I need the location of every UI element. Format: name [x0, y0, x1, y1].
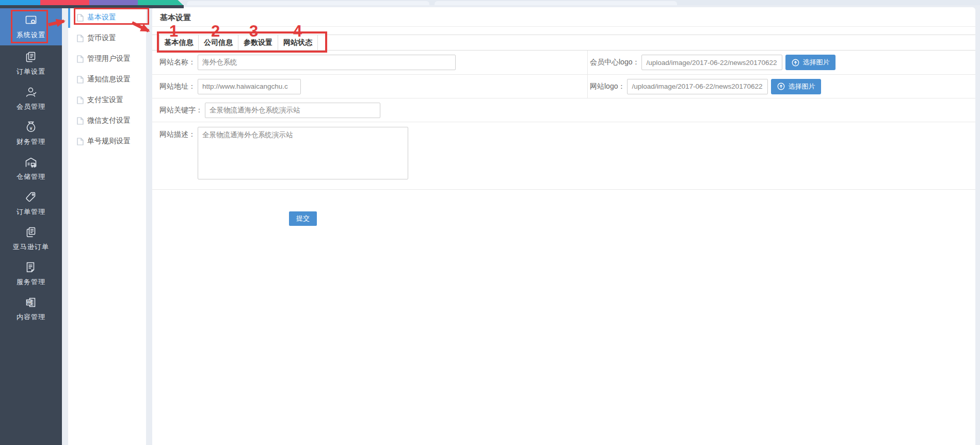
screen: 系统设置 订单设置 会员管理	[0, 0, 980, 445]
page-title: 基本设置	[152, 7, 975, 27]
site-description-textarea[interactable]: 全景物流通海外仓系统演示站	[198, 127, 408, 179]
upload-icon	[777, 83, 785, 90]
browser-tab-ghost	[187, 1, 429, 5]
warehouse-truck-icon	[24, 155, 38, 170]
site-url-cell: 网站地址：	[152, 75, 587, 98]
browser-tab-blue[interactable]	[0, 0, 40, 5]
browser-tab-purple[interactable]	[89, 0, 138, 5]
upload-icon	[792, 59, 799, 67]
page-icon	[77, 76, 84, 84]
submenu-item-basic-settings[interactable]: 基本设置	[68, 7, 146, 28]
tab-site-status[interactable]: 网站状态	[278, 35, 318, 50]
tab-parameter-settings[interactable]: 参数设置	[238, 35, 278, 50]
main-content-card: 基本设置 基本信息 公司信息 参数设置 网站状态 网站名称： 会员中心logo：	[152, 7, 975, 445]
sidebar-item-order-management[interactable]: 订单管理	[0, 186, 62, 221]
site-logo-input[interactable]	[627, 79, 768, 94]
member-logo-choose-image-button[interactable]: 选择图片	[785, 55, 836, 70]
browser-tab-red[interactable]	[40, 0, 89, 5]
site-keywords-label: 网站关键字：	[159, 106, 203, 115]
sidebar-item-order-settings[interactable]: 订单设置	[0, 45, 62, 80]
form-row-site-url: 网站地址： 网站logo： 选择图片	[152, 75, 975, 98]
site-logo-label: 网站logo：	[590, 82, 625, 91]
member-logo-cell: 会员中心logo： 选择图片	[587, 51, 975, 74]
form-row-site-description: 网站描述： 全景物流通海外仓系统演示站	[152, 122, 975, 190]
submenu-item-currency-settings[interactable]: 货币设置	[68, 28, 146, 48]
form-row-site-keywords: 网站关键字：	[152, 98, 975, 122]
site-name-cell: 网站名称：	[152, 51, 587, 74]
submenu-item-alipay-settings[interactable]: 支付宝设置	[68, 90, 146, 110]
tag-icon	[24, 190, 38, 205]
tabs-row: 基本信息 公司信息 参数设置 网站状态	[152, 35, 975, 51]
submenu-item-wechat-pay-settings[interactable]: 微信支付设置	[68, 110, 146, 131]
member-logo-input[interactable]	[641, 55, 782, 70]
site-logo-choose-image-button[interactable]: 选择图片	[771, 79, 821, 94]
page-icon	[77, 55, 84, 63]
site-name-label: 网站名称：	[159, 58, 196, 67]
basic-settings-form: 网站名称： 会员中心logo： 选择图片 网站地址：	[152, 51, 975, 226]
member-logo-label: 会员中心logo：	[590, 58, 639, 67]
page-icon	[77, 35, 84, 42]
site-keywords-input[interactable]	[205, 103, 380, 118]
money-bag-icon: ¥	[24, 120, 38, 135]
tab-basic-info[interactable]: 基本信息	[159, 35, 199, 50]
system-settings-icon	[24, 13, 38, 28]
sidebar-item-warehouse-management[interactable]: 仓储管理	[0, 151, 62, 186]
site-url-input[interactable]	[198, 79, 301, 94]
page-icon	[77, 138, 84, 145]
form-row-site-name: 网站名称： 会员中心logo： 选择图片	[152, 51, 975, 75]
sidebar-item-content-management[interactable]: W 内容管理	[0, 291, 62, 326]
site-description-label: 网站描述：	[159, 130, 196, 139]
sidebar-item-service-management[interactable]: 服务管理	[0, 256, 62, 291]
site-keywords-cell: 网站关键字：	[152, 98, 975, 122]
submenu-active-indicator	[68, 7, 70, 28]
sidebar-item-amazon-orders[interactable]: 亚马逊订单	[0, 221, 62, 256]
sidebar-item-finance-management[interactable]: ¥ 财务管理	[0, 116, 62, 151]
site-url-label: 网站地址：	[159, 82, 196, 91]
order-settings-icon	[24, 50, 38, 65]
page-icon	[77, 14, 84, 22]
member-icon	[24, 85, 38, 100]
documents-icon	[24, 225, 38, 240]
submenu-panel: 基本设置 货币设置 管理用户设置 通知信息设置 支付宝设置	[68, 7, 146, 445]
browser-toolbar-sliver	[0, 5, 184, 8]
submit-button[interactable]: 提交	[289, 211, 317, 226]
document-lines-icon	[24, 260, 38, 275]
site-name-input[interactable]	[198, 55, 456, 70]
site-logo-cell: 网站logo： 选择图片	[587, 75, 975, 98]
tab-company-info[interactable]: 公司信息	[199, 35, 238, 50]
submenu-item-admin-user-settings[interactable]: 管理用户设置	[68, 48, 146, 69]
sidebar-item-system-settings[interactable]: 系统设置	[0, 7, 62, 45]
svg-text:¥: ¥	[29, 126, 33, 131]
browser-tab-green[interactable]	[138, 0, 183, 5]
page-icon	[77, 96, 84, 104]
browser-tab-ghost	[435, 1, 677, 5]
svg-text:W: W	[27, 300, 31, 305]
submenu-item-notification-settings[interactable]: 通知信息设置	[68, 69, 146, 90]
browser-tab-strip	[0, 0, 980, 5]
sidebar-item-member-management[interactable]: 会员管理	[0, 80, 62, 116]
main-sidebar: 系统设置 订单设置 会员管理	[0, 5, 62, 445]
page-icon	[77, 117, 84, 125]
word-document-icon: W	[24, 295, 38, 310]
submenu-item-tracking-number-rules[interactable]: 单号规则设置	[68, 131, 146, 152]
